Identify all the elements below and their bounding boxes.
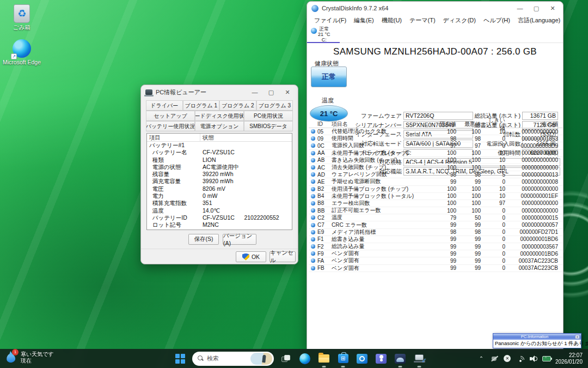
desktop-icon-edge[interactable]: ↗ Microsoft Edge [1,39,42,65]
smart-header-worst[interactable]: 最悪値 [460,120,484,128]
battery-list-row[interactable]: ロット記号 M2NC [147,221,292,228]
pcviewer-tab[interactable]: 電源オプション [195,121,244,131]
taskbar-file-explorer-button[interactable] [317,352,331,366]
smart-table-row[interactable]: AC 消去失敗回数 (チップ) 100 100 10 000000000000 [309,164,562,171]
battery-list-row[interactable]: 満充電容量 39920 mWh [147,178,292,185]
volume-icon[interactable] [529,354,538,363]
battery-list-row[interactable]: バッテリー#1 [147,142,292,149]
cdi-menu-item[interactable]: ヘルプ(H) [480,16,514,25]
smart-header-raw[interactable]: 生の値 [509,120,560,128]
cdi-menu-item[interactable]: ディスク(D) [439,16,480,25]
smart-table-row[interactable]: F1 総書き込み量 99 99 0 000000001BD6 [309,236,562,243]
pc-information-notification[interactable]: PC-Information × Panasonic からのお知らせが 1 件あ… [493,333,581,348]
battery-list-row[interactable]: ファームウェア... 0001.0032.0039.2009 [147,229,292,230]
pcviewer-tab[interactable]: セットアップ [146,111,195,121]
cdi-close-button[interactable]: ✕ [544,2,561,14]
battery-list-row[interactable]: バッテリー名 CF-VZSU1C [147,149,292,156]
taskbar-store-button[interactable]: ⊞ [336,352,350,366]
cdi-menu-item[interactable]: 言語(Language) [514,16,564,25]
taskbar-pc-info-viewer-button[interactable]: ✓ [412,352,426,366]
cdi-menu-item[interactable]: 編集(E) [350,16,378,25]
pcviewer-tab[interactable]: SMBIOSデータ [244,121,293,131]
health-status-button[interactable]: 正常 [311,67,347,87]
battery-item-value: 351 [200,200,292,207]
battery-list-row[interactable]: 残容量 39220 mWh [147,171,292,178]
battery-list-row[interactable]: 電力 0 mW [147,192,292,200]
task-view-button[interactable] [279,352,293,366]
pcviewer-maximize-button[interactable]: ▢ [263,86,279,98]
status-ok-icon [309,136,317,141]
muted-icon[interactable] [490,354,499,363]
smart-table-row[interactable]: B4 未使用予備ブロック数 (トータル) 100 100 10 00000000… [309,193,562,200]
smart-table-row[interactable]: AB 書き込み失敗回数 (チップ) 100 100 10 00000000000… [309,157,562,164]
cdi-menu-item[interactable]: ファイル(F) [310,16,350,25]
pcviewer-minimize-button[interactable]: — [247,86,263,98]
taskbar-outlook-button[interactable] [355,352,369,366]
taskbar-crystaldiskinfo-button[interactable] [393,352,407,366]
taskbar-edge-button[interactable] [298,352,312,366]
windows-logo-icon [175,354,185,364]
smart-table-row[interactable]: BB 訂正不可能エラー数 100 100 0 000000000000 [309,207,562,214]
taskbar-clock[interactable]: 22:07 2026/01/20 [555,352,585,365]
cdi-maximize-button[interactable]: ▢ [528,2,544,14]
battery-list-row[interactable]: 電源の状態 AC電源使用中 [147,164,292,171]
pcviewer-titlebar[interactable]: PC情報ビューアー — ▢ ✕ [141,85,298,99]
status-ok-icon [309,237,317,242]
version-button[interactable]: バージョン(A) [223,234,256,245]
cancel-button[interactable]: キャンセル [270,251,296,262]
hidden-icons-chevron-icon[interactable]: ⌃ [477,354,486,363]
pcviewer-tab[interactable]: ハードディスク使用状況 [195,111,244,121]
smart-cell-threshold: 0 [484,179,509,185]
cdi-titlebar[interactable]: CrystalDiskInfo 9.7.2 x64 — ▢ ✕ [307,2,563,15]
status-x-icon[interactable]: ✕ [503,354,512,363]
weather-widget[interactable]: 1 寒い天気です 現在 [3,351,54,365]
desktop-icon-recycle-bin[interactable]: ♻ ごみ箱 [1,4,42,32]
ok-button[interactable]: OK [236,251,266,262]
save-button[interactable]: 保存(S) [188,234,219,245]
disk-tab[interactable]: 正常 21 °C C: [318,26,330,43]
pcviewer-tab[interactable]: プログラム 3 [256,100,293,111]
smart-table-row[interactable]: C2 温度 79 50 0 000000000015 [309,214,562,221]
smart-table-row[interactable]: E9 メディア消耗指標 98 98 0 000000FD27D1 [309,229,562,236]
smart-header-name[interactable]: 項目名 [332,120,435,128]
smart-table-row[interactable]: AA 未使用予備ブロック数 (チップ) 100 100 10 000000000… [309,150,562,157]
notification-titlebar[interactable]: PC-Information × [493,334,581,340]
search-box[interactable]: 検索 [192,352,274,366]
wifi-icon[interactable] [516,354,525,363]
start-button[interactable] [173,352,187,366]
pcviewer-tab[interactable]: PC使用状況 [244,111,293,121]
pcviewer-tab[interactable]: バッテリー使用状況 [146,121,195,131]
cdi-menu-item[interactable]: テーマ(T) [406,16,439,25]
smart-table-row[interactable]: FA ベンダ固有 99 99 0 00037AC223CB [309,257,562,264]
smart-table-row[interactable]: B2 使用済予備ブロック数 (チップ) 100 100 10 000000000… [309,186,562,193]
smart-cell-threshold: 10 [484,150,509,156]
smart-table-row[interactable]: FB ベンダ固有 99 99 0 00037AC223CB [309,265,562,272]
smart-table-row[interactable]: AE 予期せぬ電源断回数 99 99 0 000000000008 [309,178,562,185]
battery-list-row[interactable]: バッテリーID CF-VZSU1C 21022200552 [147,214,292,221]
smart-table-row[interactable]: 09 使用時間 98 98 0 000000001853 [309,135,562,142]
taskbar-teams-button[interactable] [374,352,388,366]
smart-table-row[interactable]: F9 ベンダ固有 99 99 0 000000001BD6 [309,250,562,257]
disk-tab-temp: 21 °C [318,32,330,37]
pcviewer-close-button[interactable]: ✕ [279,86,296,98]
smart-table-row[interactable]: 0C 電源投入回数 97 97 0 0000000008D9 [309,142,562,149]
smart-table-row[interactable]: F2 総読み込み量 99 99 0 000000003567 [309,243,562,250]
cdi-menu-item[interactable]: 機能(U) [378,16,406,25]
battery-list-row[interactable]: 電圧 8206 mV [147,185,292,192]
smart-table-row[interactable]: 05 代替処理済のセクタ数 100 100 10 000000000000 [309,128,562,135]
smart-table-row[interactable]: C7 CRC エラー数 99 99 0 000000000057 [309,221,562,228]
battery-list-row[interactable]: 種類 LION [147,156,292,164]
pcviewer-tab[interactable]: プログラム 2 [219,100,256,111]
battery-charging-icon[interactable] [542,354,551,363]
pcviewer-tab[interactable]: プログラム 1 [183,100,220,111]
notification-close-icon[interactable]: × [575,335,580,339]
smart-table-row[interactable]: AD ウェアレベリング回数 98 98 5 000000000013 [309,171,562,178]
cdi-minimize-button[interactable]: — [512,2,528,14]
battery-status-list[interactable]: 項目 状態 バッテリー#1 バッテリー名 CF-VZSU1C [146,133,292,230]
smart-header-id[interactable]: ID [317,121,332,127]
smart-header-current[interactable]: 現在値 [435,120,460,128]
battery-list-row[interactable]: 温度 14.0℃ [147,207,292,214]
pcviewer-tab[interactable]: ドライバー [146,100,183,111]
smart-table-row[interactable]: B8 エラー検出回数 100 100 97 000000000000 [309,200,562,207]
battery-list-row[interactable]: 積算充電指数 351 [147,200,292,207]
